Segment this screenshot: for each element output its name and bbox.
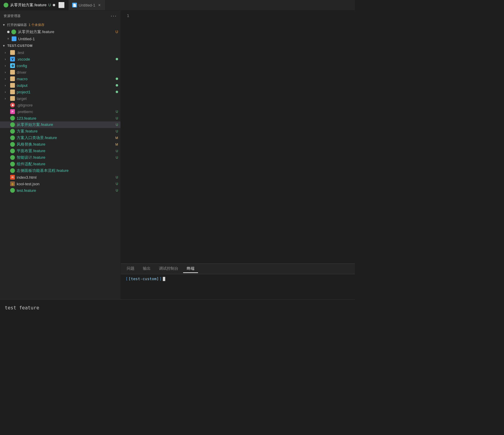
open-editors-section: ▼ 打开的编辑器 1 个未保存 从零开始方案.feature U × Untit… bbox=[0, 21, 120, 42]
fangan-feature-icon bbox=[10, 129, 15, 134]
line-number-1: 1 bbox=[121, 13, 129, 18]
line-numbers: 1 bbox=[121, 10, 133, 263]
tree-item-macro[interactable]: › macro bbox=[0, 75, 120, 82]
tree-item-prettierrc[interactable]: › P .prettierrc U bbox=[0, 108, 120, 115]
tree-item-zuoce[interactable]: › 左侧面板功能基本流程.feature bbox=[0, 167, 120, 174]
target-chevron: › bbox=[5, 97, 8, 100]
target-folder-name: target bbox=[17, 96, 118, 101]
project1-chevron: › bbox=[5, 90, 8, 94]
tab-debug-console[interactable]: 调试控制台 bbox=[155, 265, 182, 273]
tab-output[interactable]: 输出 bbox=[139, 265, 154, 273]
editor-feature-filename: 从零开始方案.feature bbox=[18, 29, 114, 35]
gitignore-file-icon: ◆ bbox=[10, 103, 15, 107]
workspace-chevron: ▼ bbox=[2, 44, 5, 47]
zuoce-feature-icon bbox=[10, 168, 15, 173]
tab-untitled[interactable]: 📄 Untitled-1 × bbox=[69, 0, 106, 10]
tree-item-vscode[interactable]: › V .vscode bbox=[0, 56, 120, 62]
congyao-feature-icon bbox=[10, 122, 15, 127]
project1-folder-icon bbox=[10, 90, 15, 94]
rukou-git-status: M bbox=[115, 136, 118, 140]
workspace-name: TEST-CUSTOM bbox=[7, 44, 33, 47]
feature-tab-icon bbox=[4, 3, 8, 7]
congyao-git-status: U bbox=[116, 123, 118, 127]
debug-console-label: 调试控制台 bbox=[159, 266, 178, 271]
terminal-prompt: [ [test-custom] ] bbox=[126, 277, 350, 281]
index3html-git-status: U bbox=[116, 175, 118, 179]
123feature-filename: 123.feature bbox=[17, 116, 114, 121]
code-editor[interactable] bbox=[133, 10, 355, 263]
tree-item-zujian[interactable]: › 组件适配.feature bbox=[0, 161, 120, 167]
tree-item-config[interactable]: › ⚙ config bbox=[0, 62, 120, 69]
sidebar-more-button[interactable]: ··· bbox=[111, 13, 117, 19]
tree-item-gitignore[interactable]: › ◆ .gitignore bbox=[0, 102, 120, 108]
tree-item-123feature[interactable]: › 123.feature U bbox=[0, 115, 120, 121]
tree-item-pingmian[interactable]: › 平面布置.feature U bbox=[0, 148, 120, 154]
pingmian-feature-filename: 平面布置.feature bbox=[17, 148, 114, 154]
test-folder-icon bbox=[10, 50, 15, 55]
workspace-header[interactable]: ▼ TEST-CUSTOM bbox=[0, 42, 120, 49]
tree-item-rukou[interactable]: › 方案入口类场景.feature M bbox=[0, 135, 120, 141]
bottom-bar: test feature bbox=[0, 299, 355, 316]
tree-item-target[interactable]: › target bbox=[0, 95, 120, 102]
project1-folder-name: project1 bbox=[17, 90, 114, 94]
fangan-git-status: U bbox=[116, 129, 118, 133]
tab-problems[interactable]: 问题 bbox=[123, 265, 138, 273]
tree-item-project1[interactable]: › project1 bbox=[0, 89, 120, 95]
config-folder-name: config bbox=[17, 64, 118, 68]
tree-item-zhineng[interactable]: › 智能设计.feature U bbox=[0, 154, 120, 161]
terminal-cursor bbox=[163, 277, 165, 281]
editor-item-untitled[interactable]: × Untitled-1 bbox=[0, 36, 120, 42]
editor-untitled-close[interactable]: × bbox=[7, 37, 9, 41]
tree-item-kooljson[interactable]: › {} kool-test.json U bbox=[0, 181, 120, 187]
file-tree: ▼ TEST-CUSTOM › .test › V .vscode › ⚙ co… bbox=[0, 42, 120, 299]
zujian-feature-icon bbox=[10, 162, 15, 166]
output-chevron: › bbox=[5, 84, 8, 87]
prettierrc-file-icon: P bbox=[10, 109, 15, 114]
macro-chevron: › bbox=[5, 77, 8, 81]
tree-item-driver[interactable]: › driver bbox=[0, 69, 120, 75]
testfeature-git-status: U bbox=[116, 189, 118, 192]
kooljson-git-status: U bbox=[116, 182, 118, 186]
prompt-open-bracket: [ bbox=[126, 277, 128, 281]
open-editors-text: 打开的编辑器 bbox=[7, 23, 27, 27]
rukou-feature-icon bbox=[10, 135, 15, 140]
fengge-feature-filename: 风格替换.feature bbox=[17, 142, 114, 147]
tree-item-fengge[interactable]: › 风格替换.feature M bbox=[0, 141, 120, 148]
tree-item-output[interactable]: › output bbox=[0, 82, 120, 89]
main-content: 资源管理器 ··· ▼ 打开的编辑器 1 个未保存 从零开始方案.feature… bbox=[0, 10, 355, 299]
cursor-indicator: ⬜ bbox=[58, 2, 65, 8]
pingmian-git-status: U bbox=[116, 149, 118, 153]
open-editors-badge: 1 个未保存 bbox=[29, 23, 44, 27]
open-editors-label[interactable]: ▼ 打开的编辑器 1 个未保存 bbox=[0, 21, 120, 28]
target-folder-icon bbox=[10, 96, 15, 101]
tree-item-test[interactable]: › .test bbox=[0, 49, 120, 56]
untitled-tab-icon: 📄 bbox=[72, 3, 77, 7]
vscode-folder-icon: V bbox=[10, 57, 15, 61]
terminal-content[interactable]: [ [test-custom] ] bbox=[121, 274, 355, 299]
driver-folder-icon bbox=[10, 70, 15, 75]
editor-feature-unsaved: U bbox=[115, 30, 118, 34]
tree-item-fangan[interactable]: › 方案.feature U bbox=[0, 128, 120, 135]
editor-content[interactable]: 1 bbox=[121, 10, 355, 263]
terminal-panel: 问题 输出 调试控制台 终端 [ [test-custom] ] bbox=[121, 263, 355, 299]
tab-terminal[interactable]: 终端 bbox=[183, 265, 198, 273]
editor-item-feature[interactable]: 从零开始方案.feature U bbox=[0, 28, 120, 36]
tree-item-congyao[interactable]: › 从零开始方案.feature U bbox=[0, 121, 120, 128]
feature-tab-dirty bbox=[53, 4, 55, 6]
vscode-chevron: › bbox=[5, 58, 8, 61]
tab-bar: 从零开始方案.feature U ⬜ 📄 Untitled-1 × bbox=[0, 0, 355, 10]
sidebar-title: 资源管理器 bbox=[4, 14, 21, 18]
123feature-icon bbox=[10, 116, 15, 121]
tree-item-testfeature[interactable]: › test.feature U bbox=[0, 187, 120, 194]
prettierrc-git-status: U bbox=[116, 110, 118, 113]
testfeature-icon bbox=[10, 188, 15, 193]
tab-feature[interactable]: 从零开始方案.feature U ⬜ bbox=[0, 0, 69, 10]
macro-folder-name: macro bbox=[17, 77, 114, 81]
index3html-icon: H bbox=[10, 175, 15, 180]
vscode-git-dot bbox=[116, 58, 118, 60]
tree-item-index3html[interactable]: › H index3.html U bbox=[0, 174, 120, 181]
vscode-folder-name: .vscode bbox=[17, 57, 114, 61]
rukou-feature-filename: 方案入口类场景.feature bbox=[17, 135, 114, 141]
project1-git-dot bbox=[116, 91, 118, 93]
untitled-tab-close[interactable]: × bbox=[97, 3, 102, 7]
